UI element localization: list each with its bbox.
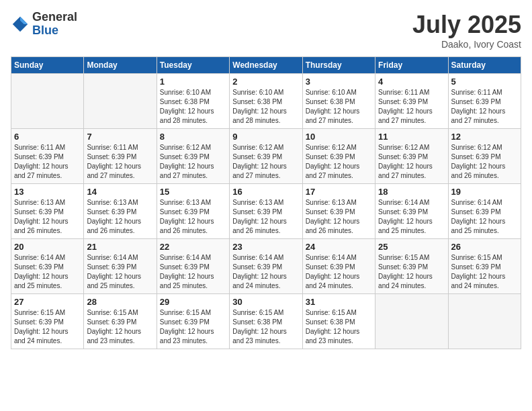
day-number: 4 <box>378 77 445 87</box>
day-info: Sunrise: 6:10 AM Sunset: 6:38 PM Dayligh… <box>160 88 226 126</box>
logo-blue: Blue <box>32 24 77 38</box>
day-number: 25 <box>378 242 445 252</box>
day-number: 8 <box>160 132 226 142</box>
day-info: Sunrise: 6:14 AM Sunset: 6:39 PM Dayligh… <box>14 253 81 291</box>
calendar-cell: 18Sunrise: 6:14 AM Sunset: 6:39 PM Dayli… <box>375 184 448 239</box>
day-number: 10 <box>306 132 372 142</box>
day-number: 17 <box>306 187 372 197</box>
calendar-cell: 27Sunrise: 6:15 AM Sunset: 6:39 PM Dayli… <box>11 294 84 349</box>
calendar-cell: 25Sunrise: 6:15 AM Sunset: 6:39 PM Dayli… <box>375 239 448 294</box>
day-number: 14 <box>87 187 153 197</box>
calendar-cell: 15Sunrise: 6:13 AM Sunset: 6:39 PM Dayli… <box>157 184 229 239</box>
day-info: Sunrise: 6:14 AM Sunset: 6:39 PM Dayligh… <box>87 253 153 291</box>
calendar-cell: 1Sunrise: 6:10 AM Sunset: 6:38 PM Daylig… <box>157 74 229 129</box>
calendar-cell <box>11 74 84 129</box>
calendar-week-row: 27Sunrise: 6:15 AM Sunset: 6:39 PM Dayli… <box>11 294 521 349</box>
day-number: 22 <box>160 242 226 252</box>
calendar-week-row: 1Sunrise: 6:10 AM Sunset: 6:38 PM Daylig… <box>11 74 521 129</box>
day-number: 28 <box>87 297 153 307</box>
logo-general: General <box>32 11 77 24</box>
calendar-cell: 5Sunrise: 6:11 AM Sunset: 6:39 PM Daylig… <box>448 74 521 129</box>
day-number: 15 <box>160 187 226 197</box>
day-number: 13 <box>14 187 81 197</box>
day-number: 26 <box>451 242 518 252</box>
day-info: Sunrise: 6:11 AM Sunset: 6:39 PM Dayligh… <box>378 88 445 126</box>
calendar-header-sunday: Sunday <box>11 57 84 74</box>
day-info: Sunrise: 6:13 AM Sunset: 6:39 PM Dayligh… <box>232 198 299 236</box>
calendar-cell: 28Sunrise: 6:15 AM Sunset: 6:39 PM Dayli… <box>84 294 157 349</box>
calendar-week-row: 13Sunrise: 6:13 AM Sunset: 6:39 PM Dayli… <box>11 184 521 239</box>
calendar-cell: 26Sunrise: 6:15 AM Sunset: 6:39 PM Dayli… <box>448 239 521 294</box>
calendar-cell: 14Sunrise: 6:13 AM Sunset: 6:39 PM Dayli… <box>84 184 157 239</box>
calendar-header-thursday: Thursday <box>302 57 375 74</box>
day-number: 9 <box>232 132 299 142</box>
day-number: 1 <box>160 77 226 87</box>
day-number: 2 <box>232 77 299 87</box>
calendar-cell: 24Sunrise: 6:14 AM Sunset: 6:39 PM Dayli… <box>302 239 375 294</box>
calendar-cell: 3Sunrise: 6:10 AM Sunset: 6:38 PM Daylig… <box>302 74 375 129</box>
day-info: Sunrise: 6:10 AM Sunset: 6:38 PM Dayligh… <box>306 88 372 126</box>
calendar-cell: 6Sunrise: 6:11 AM Sunset: 6:39 PM Daylig… <box>11 129 84 184</box>
day-info: Sunrise: 6:11 AM Sunset: 6:39 PM Dayligh… <box>87 143 153 181</box>
calendar-header-tuesday: Tuesday <box>157 57 229 74</box>
day-info: Sunrise: 6:14 AM Sunset: 6:39 PM Dayligh… <box>306 253 372 291</box>
day-info: Sunrise: 6:12 AM Sunset: 6:39 PM Dayligh… <box>451 143 518 181</box>
day-number: 11 <box>378 132 445 142</box>
day-number: 3 <box>306 77 372 87</box>
calendar-cell: 11Sunrise: 6:12 AM Sunset: 6:39 PM Dayli… <box>375 129 448 184</box>
calendar-cell: 20Sunrise: 6:14 AM Sunset: 6:39 PM Dayli… <box>11 239 84 294</box>
calendar-table: SundayMondayTuesdayWednesdayThursdayFrid… <box>11 56 521 349</box>
day-number: 31 <box>306 297 372 307</box>
day-number: 6 <box>14 132 81 142</box>
calendar-header-friday: Friday <box>375 57 448 74</box>
day-number: 24 <box>306 242 372 252</box>
calendar-week-row: 6Sunrise: 6:11 AM Sunset: 6:39 PM Daylig… <box>11 129 521 184</box>
calendar-cell: 29Sunrise: 6:15 AM Sunset: 6:39 PM Dayli… <box>157 294 229 349</box>
calendar-cell: 17Sunrise: 6:13 AM Sunset: 6:39 PM Dayli… <box>302 184 375 239</box>
calendar-cell: 4Sunrise: 6:11 AM Sunset: 6:39 PM Daylig… <box>375 74 448 129</box>
calendar-cell: 30Sunrise: 6:15 AM Sunset: 6:38 PM Dayli… <box>230 294 302 349</box>
day-info: Sunrise: 6:15 AM Sunset: 6:38 PM Dayligh… <box>232 308 299 346</box>
day-info: Sunrise: 6:15 AM Sunset: 6:39 PM Dayligh… <box>160 308 226 346</box>
day-info: Sunrise: 6:15 AM Sunset: 6:38 PM Dayligh… <box>306 308 372 346</box>
logo-icon <box>11 15 30 34</box>
day-info: Sunrise: 6:11 AM Sunset: 6:39 PM Dayligh… <box>14 143 81 181</box>
calendar-header-monday: Monday <box>84 57 157 74</box>
day-info: Sunrise: 6:15 AM Sunset: 6:39 PM Dayligh… <box>378 253 445 291</box>
day-info: Sunrise: 6:15 AM Sunset: 6:39 PM Dayligh… <box>451 253 518 291</box>
calendar-cell: 13Sunrise: 6:13 AM Sunset: 6:39 PM Dayli… <box>11 184 84 239</box>
day-info: Sunrise: 6:14 AM Sunset: 6:39 PM Dayligh… <box>232 253 299 291</box>
day-number: 5 <box>451 77 518 87</box>
day-info: Sunrise: 6:14 AM Sunset: 6:39 PM Dayligh… <box>378 198 445 236</box>
day-info: Sunrise: 6:14 AM Sunset: 6:39 PM Dayligh… <box>451 198 518 236</box>
day-info: Sunrise: 6:11 AM Sunset: 6:39 PM Dayligh… <box>451 88 518 126</box>
day-number: 27 <box>14 297 81 307</box>
day-number: 21 <box>87 242 153 252</box>
calendar-cell: 10Sunrise: 6:12 AM Sunset: 6:39 PM Dayli… <box>302 129 375 184</box>
day-info: Sunrise: 6:15 AM Sunset: 6:39 PM Dayligh… <box>87 308 153 346</box>
calendar-cell <box>84 74 157 129</box>
calendar-cell: 8Sunrise: 6:12 AM Sunset: 6:39 PM Daylig… <box>157 129 229 184</box>
day-info: Sunrise: 6:13 AM Sunset: 6:39 PM Dayligh… <box>160 198 226 236</box>
day-info: Sunrise: 6:12 AM Sunset: 6:39 PM Dayligh… <box>232 143 299 181</box>
day-info: Sunrise: 6:10 AM Sunset: 6:38 PM Dayligh… <box>232 88 299 126</box>
title-block: July 2025 Daako, Ivory Coast <box>412 11 521 50</box>
day-number: 12 <box>451 132 518 142</box>
calendar-cell: 21Sunrise: 6:14 AM Sunset: 6:39 PM Dayli… <box>84 239 157 294</box>
day-number: 30 <box>232 297 299 307</box>
day-info: Sunrise: 6:12 AM Sunset: 6:39 PM Dayligh… <box>160 143 226 181</box>
day-info: Sunrise: 6:12 AM Sunset: 6:39 PM Dayligh… <box>306 143 372 181</box>
logo: General Blue <box>11 11 77 38</box>
calendar-cell: 19Sunrise: 6:14 AM Sunset: 6:39 PM Dayli… <box>448 184 521 239</box>
day-number: 29 <box>160 297 226 307</box>
day-info: Sunrise: 6:13 AM Sunset: 6:39 PM Dayligh… <box>14 198 81 236</box>
calendar-cell <box>375 294 448 349</box>
calendar-cell: 22Sunrise: 6:14 AM Sunset: 6:39 PM Dayli… <box>157 239 229 294</box>
calendar-header-wednesday: Wednesday <box>230 57 302 74</box>
logo-text: General Blue <box>32 11 77 38</box>
calendar-cell: 16Sunrise: 6:13 AM Sunset: 6:39 PM Dayli… <box>230 184 302 239</box>
day-number: 18 <box>378 187 445 197</box>
calendar-header-saturday: Saturday <box>448 57 521 74</box>
day-info: Sunrise: 6:15 AM Sunset: 6:39 PM Dayligh… <box>14 308 81 346</box>
location: Daako, Ivory Coast <box>412 39 521 50</box>
